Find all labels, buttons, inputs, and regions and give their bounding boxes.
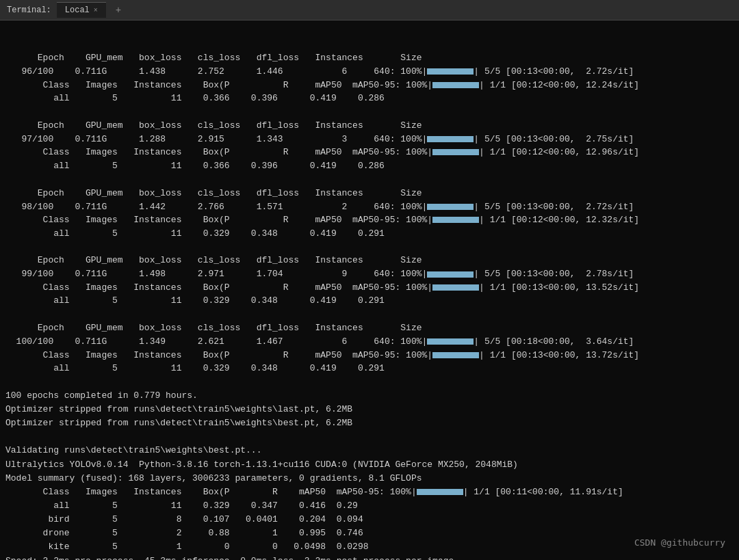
- epoch-all-row: all 5 11 0.366 0.396 0.419 0.286: [5, 159, 734, 173]
- terminal-line: Validating runs\detect\train5\weights\be…: [5, 444, 734, 457]
- watermark: CSDN @githubcurry: [634, 537, 725, 548]
- epoch-class-header: Class Images Instances Box(P R mAP50 mAP…: [5, 146, 734, 159]
- title-bar: Terminal: Local × +: [0, 0, 739, 21]
- epoch-data-row: 98/100 0.711G 1.442 2.766 1.571 2 640: 1…: [5, 200, 734, 214]
- terminal-line: bird 5 8 0.107 0.0401 0.204 0.094: [5, 513, 734, 526]
- local-tab[interactable]: Local ×: [57, 2, 106, 18]
- terminal-line: Model summary (fused): 168 layers, 30062…: [5, 472, 734, 485]
- tab-close-icon[interactable]: ×: [94, 7, 98, 14]
- terminal-label: Terminal:: [7, 5, 51, 15]
- epoch-class-header: Class Images Instances Box(P R mAP50 mAP…: [5, 349, 734, 362]
- epoch-data-row: 96/100 0.711G 1.438 2.752 1.446 6 640: 1…: [5, 65, 734, 79]
- epoch-data-row: 99/100 0.711G 1.498 2.971 1.704 9 640: 1…: [5, 267, 734, 281]
- terminal-line: [5, 172, 734, 186]
- terminal-line: Epoch GPU_mem box_loss cls_loss dfl_loss…: [5, 119, 734, 133]
- terminal-body[interactable]: Epoch GPU_mem box_loss cls_loss dfl_loss…: [0, 21, 739, 560]
- terminal-line: Epoch GPU_mem box_loss cls_loss dfl_loss…: [5, 321, 734, 335]
- terminal-wrapper: Epoch GPU_mem box_loss cls_loss dfl_loss…: [0, 21, 739, 560]
- epoch-all-row: all 5 11 0.329 0.348 0.419 0.291: [5, 294, 734, 308]
- terminal-line: Epoch GPU_mem box_loss cls_loss dfl_loss…: [5, 51, 734, 65]
- terminal-line: [5, 375, 734, 389]
- terminal-line: Ultralytics YOLOv8.0.14 Python-3.8.16 to…: [5, 458, 734, 472]
- terminal-line: all 5 11 0.329 0.347 0.416 0.29: [5, 499, 734, 513]
- epoch-data-row: 97/100 0.711G 1.288 2.915 1.343 3 640: 1…: [5, 133, 734, 146]
- terminal-line: Speed: 3.2ms pre-process, 45.3ms inferen…: [5, 555, 734, 560]
- terminal-line: Epoch GPU_mem box_loss cls_loss dfl_loss…: [5, 187, 734, 200]
- terminal-line: kite 5 1 0 0 0.0498 0.0298: [5, 540, 734, 554]
- terminal-line: drone 5 2 0.88 1 0.995 0.746: [5, 526, 734, 540]
- epoch-class-header: Class Images Instances Box(P R mAP50 mAP…: [5, 79, 734, 92]
- epoch-class-header: Class Images Instances Box(P R mAP50 mAP…: [5, 281, 734, 295]
- terminal-line: 100 epochs completed in 0.779 hours.: [5, 389, 734, 403]
- terminal-line: Epoch GPU_mem box_loss cls_loss dfl_loss…: [5, 254, 734, 267]
- tab-label: Local: [65, 5, 90, 15]
- terminal-line: Optimizer stripped from runs\detect\trai…: [5, 416, 734, 430]
- terminal-line: Class Images Instances Box(P R mAP50 mAP…: [5, 485, 734, 499]
- epoch-class-header: Class Images Instances Box(P R mAP50 mAP…: [5, 213, 734, 227]
- terminal-line: Optimizer stripped from runs\detect\trai…: [5, 403, 734, 416]
- terminal-line: [5, 105, 734, 119]
- epoch-data-row: 100/100 0.711G 1.349 2.621 1.467 6 640: …: [5, 335, 734, 349]
- terminal-line: [5, 430, 734, 444]
- new-tab-button[interactable]: +: [112, 5, 125, 16]
- epoch-all-row: all 5 11 0.329 0.348 0.419 0.291: [5, 227, 734, 241]
- terminal-line: [5, 308, 734, 321]
- epoch-all-row: all 5 11 0.329 0.348 0.419 0.291: [5, 362, 734, 375]
- epoch-all-row: all 5 11 0.366 0.396 0.419 0.286: [5, 92, 734, 105]
- terminal-line: [5, 240, 734, 254]
